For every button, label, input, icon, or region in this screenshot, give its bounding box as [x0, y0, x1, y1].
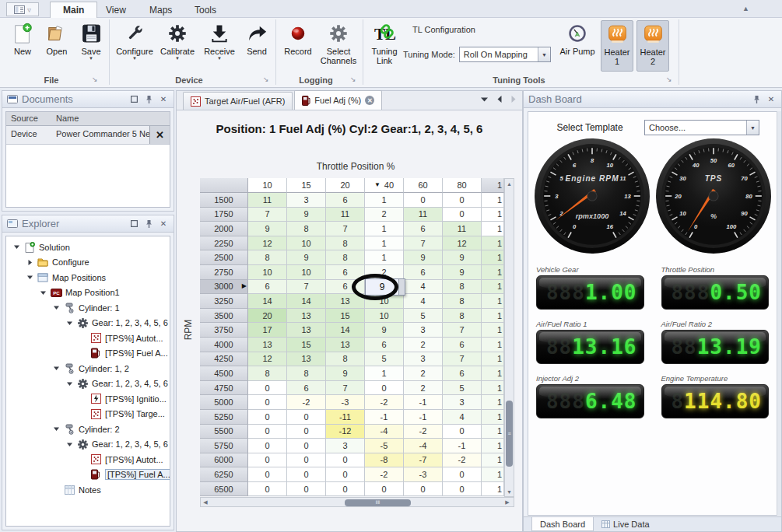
- grid-cell[interactable]: 0: [248, 381, 287, 396]
- grid-cell[interactable]: 0: [248, 482, 287, 497]
- grid-cell[interactable]: 1: [365, 193, 404, 208]
- row-header-6500[interactable]: 6500: [200, 482, 248, 497]
- scroll-left-icon[interactable]: ◀: [201, 499, 210, 506]
- grid-cell[interactable]: -2: [365, 395, 404, 410]
- grid-cell[interactable]: 4: [443, 410, 482, 425]
- calibrate-dropdown-caret[interactable]: ▼: [175, 56, 180, 61]
- grid-cell[interactable]: 0: [443, 467, 482, 482]
- column-header-40[interactable]: ▼40: [365, 178, 404, 193]
- grid-cell[interactable]: 0: [248, 395, 287, 410]
- grid-cell[interactable]: -1: [404, 410, 443, 425]
- grid-cell[interactable]: 15: [326, 309, 365, 324]
- grid-cell[interactable]: -1: [443, 439, 482, 453]
- grid-cell[interactable]: 6: [326, 265, 365, 280]
- grid-cell[interactable]: 10: [287, 265, 326, 280]
- grid-cell[interactable]: 5: [443, 381, 482, 396]
- tree-item[interactable]: Cylinder: 1: [8, 300, 170, 316]
- grid-cell[interactable]: 12: [248, 352, 287, 367]
- grid-cell[interactable]: 7: [248, 208, 287, 222]
- grid-cell[interactable]: 9: [326, 366, 365, 381]
- grid-cell[interactable]: -1: [365, 410, 404, 425]
- tree-expand-down-icon[interactable]: [65, 441, 73, 448]
- grid-cell[interactable]: 6: [404, 265, 443, 280]
- configure-button[interactable]: Configure ▼: [114, 20, 156, 72]
- grid-cell-clipped[interactable]: 1: [482, 193, 504, 208]
- row-header-2250[interactable]: 2250: [200, 236, 248, 251]
- grid-cell[interactable]: 9: [443, 265, 482, 280]
- tree-item[interactable]: [TPS%] Fuel A...: [8, 467, 170, 483]
- grid-cell[interactable]: 7: [443, 323, 482, 338]
- row-header-1500[interactable]: 1500: [200, 193, 248, 208]
- grid-cell[interactable]: 0: [248, 467, 287, 482]
- row-header-2500[interactable]: 2500: [200, 250, 248, 265]
- grid-cell[interactable]: 3: [443, 395, 482, 410]
- ribbon-tab-view[interactable]: View: [93, 2, 139, 18]
- grid-cell[interactable]: -5: [365, 439, 404, 453]
- tab-live-data[interactable]: Live Data: [594, 517, 657, 531]
- grid-cell[interactable]: 0: [365, 381, 404, 396]
- calibrate-button[interactable]: Calibrate ▼: [157, 20, 198, 72]
- tree-expand-down-icon[interactable]: [39, 289, 47, 296]
- horizontal-scroll-thumb[interactable]: ⦀⦀: [345, 499, 411, 506]
- row-header-5000[interactable]: 5000: [200, 395, 248, 410]
- tab-scroll-left-icon[interactable]: [497, 96, 502, 103]
- tab-dash-board[interactable]: Dash Board: [531, 517, 594, 531]
- documents-maximize-icon[interactable]: [128, 94, 139, 105]
- save-dropdown-caret[interactable]: ▼: [89, 56, 93, 61]
- grid-cell-clipped[interactable]: 1: [482, 425, 504, 439]
- row-header-4500[interactable]: 4500: [200, 366, 248, 381]
- scroll-down-icon[interactable]: ▼: [505, 487, 514, 496]
- grid-cell[interactable]: 13: [287, 309, 326, 324]
- grid-cell[interactable]: 11: [443, 222, 482, 236]
- dashboard-scrollbar[interactable]: [777, 111, 781, 516]
- heater-2-button[interactable]: Heater 2: [636, 20, 669, 72]
- tree-item[interactable]: Gear: 1, 2, 3, 4, 5, 6: [8, 437, 170, 453]
- grid-cell[interactable]: 0: [326, 453, 365, 468]
- tree-item[interactable]: Configure: [8, 255, 170, 271]
- grid-cell-clipped[interactable]: 1: [482, 439, 504, 453]
- grid-cell[interactable]: 9: [443, 250, 482, 265]
- tree-item[interactable]: [TPS%] Autot...: [8, 452, 170, 467]
- grid-cell-clipped[interactable]: 1: [482, 395, 504, 410]
- grid-cell[interactable]: -3: [326, 395, 365, 410]
- grid-cell[interactable]: 2: [365, 208, 404, 222]
- grid-cell[interactable]: 10: [248, 265, 287, 280]
- grid-cell[interactable]: 9: [404, 250, 443, 265]
- vertical-scroll-thumb[interactable]: ≡: [506, 401, 513, 467]
- tab-fuel-adj[interactable]: Fuel Adj (%) ✕: [294, 90, 382, 110]
- documents-close-icon[interactable]: ✕: [158, 94, 169, 105]
- grid-cell-clipped[interactable]: 1: [482, 410, 504, 425]
- grid-cell[interactable]: -1: [404, 395, 443, 410]
- grid-cell[interactable]: -11: [326, 410, 365, 425]
- ribbon-collapse-icon[interactable]: ▲: [742, 5, 749, 12]
- document-row[interactable]: Device Power Commander 5 Ne... ✕: [6, 126, 170, 145]
- documents-col-source[interactable]: Source: [6, 112, 51, 125]
- grid-cell[interactable]: 2: [404, 366, 443, 381]
- tree-expand-down-icon[interactable]: [52, 304, 60, 311]
- column-header-60[interactable]: 60: [404, 178, 443, 193]
- new-button[interactable]: New: [6, 20, 39, 72]
- grid-cell[interactable]: 6: [443, 338, 482, 352]
- tree-expand-down-icon[interactable]: [12, 243, 20, 250]
- save-button[interactable]: Save ▼: [75, 20, 107, 72]
- grid-cell[interactable]: 1: [365, 366, 404, 381]
- grid-cell[interactable]: 1: [365, 250, 404, 265]
- ribbon-tab-maps[interactable]: Maps: [137, 2, 184, 18]
- row-header-6250[interactable]: 6250: [200, 467, 248, 482]
- tree-item[interactable]: Gear: 1, 2, 3, 4, 5, 6: [8, 376, 170, 392]
- grid-cell[interactable]: 0: [326, 467, 365, 482]
- grid-cell[interactable]: 0: [443, 193, 482, 208]
- grid-cell[interactable]: 9: [287, 250, 326, 265]
- tree-item[interactable]: Cylinder: 1, 2: [8, 361, 170, 376]
- grid-cell[interactable]: 0: [248, 410, 287, 425]
- grid-cell[interactable]: 20: [248, 309, 287, 324]
- grid-cell[interactable]: 0: [443, 482, 482, 497]
- grid-cell[interactable]: 7: [404, 236, 443, 251]
- tab-target-air-fuel[interactable]: Target Air/Fuel (AFR): [183, 92, 293, 110]
- tree-item[interactable]: [TPS%] Fuel A...: [8, 346, 170, 362]
- tree-expand-down-icon[interactable]: [65, 320, 73, 327]
- column-header-clipped[interactable]: 1: [482, 178, 504, 193]
- grid-cell[interactable]: 0: [443, 208, 482, 222]
- grid-cell[interactable]: 11: [326, 208, 365, 222]
- receive-dropdown-caret[interactable]: ▼: [217, 56, 222, 61]
